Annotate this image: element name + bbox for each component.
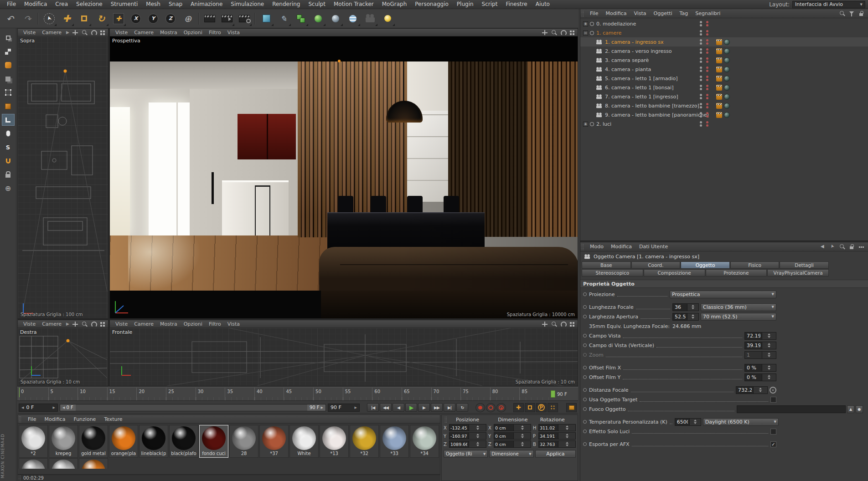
- record-pla-icon[interactable]: [548, 403, 558, 412]
- coordinate-field[interactable]: 0 cm: [494, 432, 531, 440]
- menu-item[interactable]: Crea: [51, 0, 72, 9]
- material-item[interactable]: fondo cuci: [199, 425, 228, 458]
- spinner[interactable]: [762, 333, 776, 339]
- keyframe-dot-icon[interactable]: [583, 292, 587, 296]
- camera-focus-handle[interactable]: [338, 60, 341, 62]
- composition-tag-icon[interactable]: [716, 39, 722, 45]
- pan-view-icon[interactable]: [542, 30, 548, 36]
- offset-y-field[interactable]: 0 %: [744, 374, 776, 381]
- apply-button[interactable]: Applica: [535, 450, 576, 458]
- vray-camera-tag-icon[interactable]: [724, 76, 730, 82]
- material-item[interactable]: *13: [320, 425, 349, 458]
- editor-visibility-dots[interactable]: [700, 103, 702, 108]
- aperture-field[interactable]: 52.5: [672, 313, 699, 321]
- timeline-ruler[interactable]: 0510152025303540455055606570758085 90 F: [17, 387, 578, 401]
- timeline-options-icon[interactable]: [566, 403, 577, 412]
- editor-visibility-dots[interactable]: [700, 48, 702, 54]
- coordinate-field[interactable]: -160.974 cm: [449, 432, 486, 440]
- attr-search-icon[interactable]: [839, 244, 845, 250]
- material-item[interactable]: *34: [410, 425, 439, 458]
- loop-icon[interactable]: ↻: [456, 403, 468, 412]
- editor-visibility-dots[interactable]: [700, 121, 702, 127]
- coord-mode-dropdown[interactable]: Oggetto (Ri▼: [444, 450, 488, 458]
- timeline-tick[interactable]: 25: [166, 388, 196, 400]
- vray-camera-tag-icon[interactable]: [724, 57, 730, 63]
- menu-item[interactable]: Personaggio: [411, 0, 453, 9]
- panel-grip[interactable]: [581, 10, 584, 17]
- timeline-tick[interactable]: 80: [490, 388, 520, 400]
- composition-tag-icon[interactable]: [716, 67, 722, 72]
- composition-tag-icon[interactable]: [716, 103, 722, 109]
- object-tree-item[interactable]: 0. modellazione: [580, 19, 868, 28]
- expand-toggle-icon[interactable]: [583, 31, 588, 36]
- attribute-menu-item[interactable]: Modifica: [607, 244, 636, 250]
- panel-grip[interactable]: [18, 475, 21, 481]
- solo-lights-checkbox[interactable]: [770, 429, 776, 435]
- viewport-menu-item[interactable]: Viste: [112, 321, 131, 327]
- coordinate-field[interactable]: 34.191 °: [538, 432, 576, 440]
- attribute-menu-item[interactable]: Dati Utente: [636, 244, 672, 250]
- spinner[interactable]: [513, 425, 531, 431]
- viewport-menu-item[interactable]: Filtro: [206, 321, 224, 327]
- keyframe-dot-icon[interactable]: [583, 305, 587, 309]
- keyframe-dot-icon[interactable]: [583, 407, 587, 411]
- viewport-top[interactable]: VisteCamere ▶ Sopra: [17, 28, 108, 319]
- simulation-icon[interactable]: [310, 10, 326, 27]
- temperature-field[interactable]: 6500: [675, 418, 701, 426]
- attribute-tab[interactable]: Stereoscopico: [582, 269, 643, 276]
- options-icon[interactable]: [858, 244, 864, 250]
- viewport-menu-item[interactable]: Viste: [20, 321, 39, 327]
- material-item[interactable]: *37: [259, 425, 289, 458]
- om-filter-icon[interactable]: [848, 10, 855, 17]
- attribute-tab[interactable]: Dettagli: [780, 261, 829, 269]
- object-manager-menu-item[interactable]: Modifica: [602, 10, 630, 16]
- spinner[interactable]: [687, 304, 698, 311]
- menu-item[interactable]: Script: [478, 0, 502, 9]
- spinner[interactable]: [513, 433, 531, 439]
- make-editable-icon[interactable]: [2, 32, 15, 44]
- attribute-tab[interactable]: Oggetto: [681, 261, 730, 269]
- spline-pen-icon[interactable]: ✎: [275, 10, 292, 27]
- range-end-handle[interactable]: [551, 390, 555, 398]
- keyframe-dot-icon[interactable]: [583, 315, 587, 318]
- timeline-tick[interactable]: 35: [225, 388, 254, 400]
- frame-inc-icon[interactable]: ▶: [53, 406, 55, 409]
- viewport-menu-item[interactable]: Camere: [131, 30, 157, 36]
- record-scale-icon[interactable]: [525, 403, 535, 412]
- viewport-menu-item[interactable]: Mostra: [157, 321, 181, 327]
- composition-tag-icon[interactable]: [716, 85, 722, 91]
- play-icon[interactable]: ▶: [405, 403, 417, 412]
- toggle-views-icon[interactable]: [99, 30, 106, 36]
- render-visibility-dots[interactable]: [706, 76, 708, 81]
- zoom-view-icon[interactable]: [81, 30, 88, 36]
- render-visibility-dots[interactable]: [706, 103, 708, 108]
- live-selection-icon[interactable]: [41, 10, 57, 27]
- render-visibility-dots[interactable]: [706, 57, 708, 63]
- keyframe-selection-icon[interactable]: [496, 403, 506, 412]
- menu-overflow-icon[interactable]: ▶: [65, 322, 71, 326]
- timeline-range-end[interactable]: 90 F: [549, 388, 578, 400]
- focus-object-pick-icon[interactable]: ●: [856, 405, 863, 413]
- frame-inc-icon[interactable]: ▶: [355, 406, 357, 409]
- composition-tag-icon[interactable]: [716, 112, 722, 118]
- workplane-mode-icon[interactable]: [2, 59, 15, 71]
- menu-item[interactable]: Motion Tracker: [330, 0, 378, 9]
- composition-tag-icon[interactable]: [716, 57, 722, 63]
- vray-camera-tag-icon[interactable]: [724, 39, 730, 45]
- focal-preset-dropdown[interactable]: Classico (36 mm)▼: [701, 303, 776, 311]
- section-header[interactable]: Proprietà Oggetto: [580, 280, 868, 288]
- editor-visibility-dots[interactable]: [700, 21, 702, 26]
- next-key-icon[interactable]: ▶▶: [431, 403, 443, 412]
- timeline-tick[interactable]: 50: [313, 388, 343, 400]
- editor-visibility-dots[interactable]: [700, 85, 702, 90]
- mograph-icon[interactable]: [293, 10, 309, 27]
- viewport-right-canvas[interactable]: Destra Spaziatura Griglia : 10 c: [18, 328, 108, 386]
- viewport-select-icon[interactable]: [2, 128, 15, 139]
- coordinate-field[interactable]: 0 cm: [494, 424, 531, 431]
- editor-visibility-dots[interactable]: [700, 30, 702, 36]
- material-item[interactable]: gold metal: [79, 425, 108, 458]
- undo-icon[interactable]: ↶: [2, 10, 18, 27]
- fov-vertical-field[interactable]: 39.195 °: [744, 342, 776, 349]
- focus-distance-field[interactable]: 732.265 ci: [736, 386, 768, 394]
- viewport-menu-item[interactable]: Viste: [112, 30, 131, 36]
